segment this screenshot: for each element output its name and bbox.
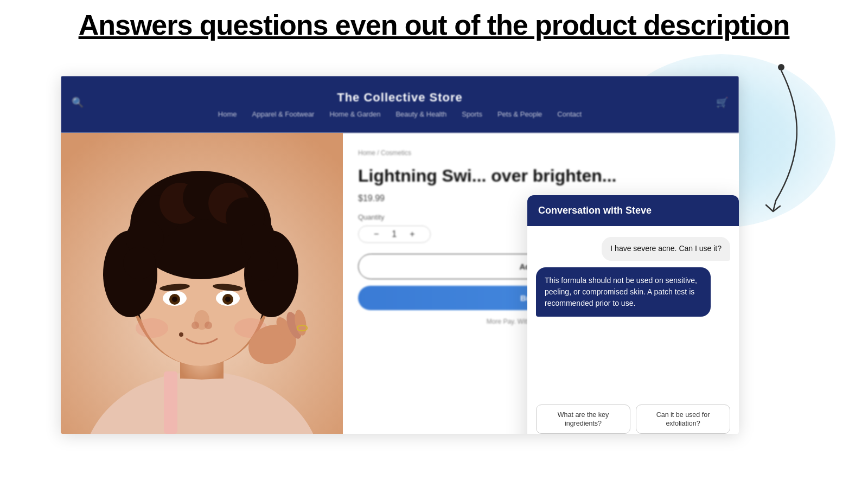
svg-rect-38 [164, 371, 177, 434]
search-icon: 🔍 [72, 97, 84, 108]
nav-links: Home Apparel & Footwear Home & Garden Be… [218, 110, 582, 118]
product-title: Lightning Swi... over brighten... [358, 165, 724, 186]
svg-point-29 [205, 322, 212, 329]
suggestion-btn-1[interactable]: What are the key ingredients? [536, 404, 630, 434]
svg-point-18 [247, 251, 278, 281]
qty-plus: + [410, 229, 414, 239]
svg-point-32 [179, 332, 183, 337]
nav-home-garden: Home & Garden [329, 110, 380, 118]
suggestion-btn-2[interactable]: Can it be used for exfoliation? [636, 404, 730, 434]
svg-point-28 [192, 322, 199, 329]
decorative-arrow [689, 60, 797, 244]
product-image [61, 133, 343, 434]
nav-contact: Contact [557, 110, 582, 118]
nav-beauty: Beauty & Health [395, 110, 446, 118]
bot-message-1: This formula should not be used on sensi… [536, 267, 711, 317]
nav-sports: Sports [462, 110, 482, 118]
chat-suggestions: What are the key ingredients? Can it be … [527, 404, 739, 434]
nav-apparel: Apparel & Footwear [252, 110, 315, 118]
nav-pets: Pets & People [497, 110, 542, 118]
qty-minus: − [374, 229, 379, 239]
svg-point-30 [136, 318, 168, 338]
svg-point-17 [123, 247, 156, 279]
qty-value: 1 [392, 229, 397, 239]
product-breadcrumb: Home / Cosmetics [358, 149, 724, 157]
svg-point-0 [778, 64, 784, 70]
qty-control: − 1 + [358, 226, 431, 243]
nav-home: Home [218, 110, 237, 118]
store-navbar: 🔍 The Collective Store Home Apparel & Fo… [61, 76, 739, 133]
store-screenshot: 🔍 The Collective Store Home Apparel & Fo… [61, 76, 739, 434]
svg-point-23 [172, 297, 177, 302]
svg-point-26 [225, 297, 231, 302]
page-heading: Answers questions even out of the produc… [16, 10, 852, 41]
product-area: Home / Cosmetics Lightning Swi... over b… [61, 133, 739, 434]
chat-messages: I have severe acne. Can I use it? This f… [527, 226, 739, 404]
product-image-container [61, 133, 343, 434]
store-title: The Collective Store [337, 91, 463, 105]
woman-illustration [61, 133, 343, 434]
